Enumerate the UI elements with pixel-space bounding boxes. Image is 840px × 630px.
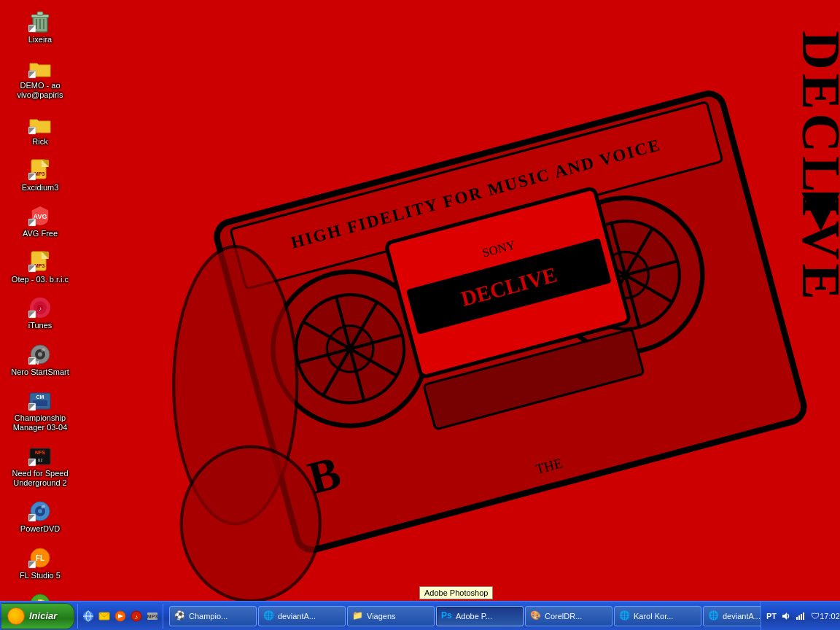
- start-button[interactable]: Iniciar: [1, 603, 74, 629]
- tb-photoshop-label: Adobe P...: [456, 612, 492, 621]
- tray-clock[interactable]: 17:02: [824, 610, 836, 622]
- tb-deviantart2-icon: 🌐: [708, 610, 720, 622]
- excidium-label: Excidium3: [22, 183, 59, 192]
- svg-text:FL: FL: [36, 554, 44, 562]
- svg-rect-111: [798, 615, 800, 620]
- taskbar-btn-viagens[interactable]: 📁 Viagens: [347, 606, 435, 626]
- ql-music1-icon[interactable]: ♪: [129, 609, 144, 623]
- nero-icon: N: [28, 343, 52, 366]
- start-orb: [7, 607, 25, 625]
- rick-label: Rick: [32, 137, 47, 147]
- avg-icon: AVG: [28, 204, 52, 228]
- svg-point-64: [38, 352, 42, 357]
- desktop-icon-itunes[interactable]: ♪ iTunes: [7, 293, 73, 333]
- tb-coreldraw-icon: 🎨: [530, 610, 542, 622]
- taskbar-btn-deviantart1[interactable]: 🌐 deviantA...: [258, 606, 346, 626]
- tray-network-icon[interactable]: [795, 610, 806, 622]
- powerdvd-label: PowerDVD: [20, 524, 60, 534]
- svg-text:MP3: MP3: [147, 614, 158, 619]
- rick-icon: [28, 112, 52, 136]
- desktop-icon-championship[interactable]: CM Championship Manager 03-04: [7, 386, 73, 435]
- excidium-icon: MP3: [28, 158, 52, 182]
- desktop-icon-otep[interactable]: MP3 Otep - 03. b.r.i.c: [7, 247, 73, 287]
- taskbar-btn-photoshop[interactable]: Ps Adobe P...: [436, 606, 524, 626]
- tb-championship-icon: ⚽: [174, 610, 186, 622]
- desktop-icon-powerdvd[interactable]: PowerDVD: [7, 497, 73, 537]
- ql-music2-icon[interactable]: MP3: [145, 609, 160, 623]
- desktop-icon-avg[interactable]: AVG AVG Free: [7, 201, 73, 241]
- desktop-icon-rick[interactable]: Rick: [7, 109, 73, 149]
- svg-text:NFS: NFS: [35, 450, 45, 455]
- svg-rect-112: [801, 614, 802, 620]
- desktop-icon-lixeira[interactable]: Lixeira: [7, 7, 73, 47]
- demo-label: DEMO - ao vivo@papiris: [11, 81, 69, 100]
- tb-viagens-icon: 📁: [352, 610, 364, 622]
- system-tray: PT 🛡 17:02: [761, 602, 840, 630]
- taskbar-btn-karol[interactable]: 🌐 Karol Kor...: [614, 606, 701, 626]
- quick-launch: ♪ MP3: [77, 604, 163, 629]
- svg-text:U2: U2: [38, 458, 43, 462]
- tb-deviantart1-icon: 🌐: [263, 610, 275, 622]
- tray-volume-icon[interactable]: [780, 610, 792, 622]
- svg-text:♪: ♪: [135, 613, 139, 621]
- tb-viagens-label: Viagens: [367, 612, 396, 621]
- desktop-icon-nfs[interactable]: NFS U2 Need for Speed Underground 2: [7, 441, 73, 491]
- svg-point-81: [38, 509, 42, 513]
- taskbar-btn-championship[interactable]: ⚽ Champio...: [169, 606, 257, 626]
- nero-label: Nero StartSmart: [11, 368, 69, 377]
- svg-marker-109: [782, 612, 787, 620]
- svg-point-26: [182, 447, 320, 601]
- tray-language: PT: [766, 612, 777, 621]
- flstudio-label: FL Studio 5: [20, 571, 61, 580]
- svg-text:♪: ♪: [39, 306, 42, 312]
- avg-label: AVG Free: [23, 229, 58, 238]
- svg-text:DECLIVE: DECLIVE: [791, 31, 840, 303]
- tb-championship-label: Champio...: [189, 612, 228, 621]
- flstudio-icon: FL: [28, 546, 52, 569]
- tb-karol-label: Karol Kor...: [634, 612, 673, 621]
- powerdvd-icon: [28, 499, 52, 523]
- itunes-icon: ♪: [28, 296, 52, 319]
- otep-icon: MP3: [28, 250, 52, 273]
- start-label: Iniciar: [29, 610, 57, 621]
- desktop-icon-excidium[interactable]: MP3 Excidium3: [7, 155, 73, 195]
- tray-time: 17:02: [820, 612, 840, 621]
- taskbar: Iniciar: [0, 601, 840, 630]
- championship-label: Championship Manager 03-04: [11, 413, 69, 432]
- desktop-icon-flstudio[interactable]: FL FL Studio 5: [7, 543, 73, 583]
- ql-media-icon[interactable]: [113, 609, 128, 623]
- nfs-label: Need for Speed Underground 2: [11, 469, 69, 488]
- desktop-icon-nero[interactable]: N Nero StartSmart: [7, 340, 73, 380]
- tray-lang-icon[interactable]: PT: [766, 610, 777, 622]
- desktop: HIGH FIDELITY FOR MUSIC AND VOICE: [0, 0, 840, 630]
- tb-photoshop-icon: Ps: [441, 610, 453, 622]
- tb-deviantart1-label: deviantA...: [278, 612, 316, 621]
- tb-coreldraw-label: CorelDR...: [545, 612, 582, 621]
- otep-label: Otep - 03. b.r.i.c: [12, 275, 69, 284]
- svg-text:CM: CM: [36, 394, 44, 400]
- svg-rect-31: [37, 12, 43, 15]
- itunes-label: iTunes: [28, 321, 52, 330]
- tb-karol-icon: 🌐: [619, 610, 631, 622]
- taskbar-btn-deviantart2[interactable]: 🌐 deviantA...: [703, 606, 761, 626]
- svg-rect-110: [796, 617, 798, 620]
- demo-icon: [28, 56, 52, 79]
- wallpaper: HIGH FIDELITY FOR MUSIC AND VOICE: [131, 0, 840, 601]
- svg-rect-113: [803, 612, 804, 620]
- taskbar-buttons: ⚽ Champio... 🌐 deviantA... 📁 Viagens Ps …: [166, 602, 761, 630]
- ql-browser-icon[interactable]: [81, 609, 96, 623]
- championship-icon: CM: [28, 389, 52, 412]
- taskbar-btn-coreldraw[interactable]: 🎨 CorelDR...: [525, 606, 612, 626]
- lixeira-icon: [28, 10, 52, 34]
- lixeira-label: Lixeira: [28, 35, 52, 44]
- tb-deviantart2-label: deviantA...: [723, 612, 761, 621]
- ql-email-icon[interactable]: [97, 609, 112, 623]
- desktop-icons: Lixeira DEMO - ao vivo@papiris: [0, 0, 80, 601]
- desktop-icon-demo[interactable]: DEMO - ao vivo@papiris: [7, 53, 73, 103]
- nfs-icon: NFS U2: [28, 444, 52, 467]
